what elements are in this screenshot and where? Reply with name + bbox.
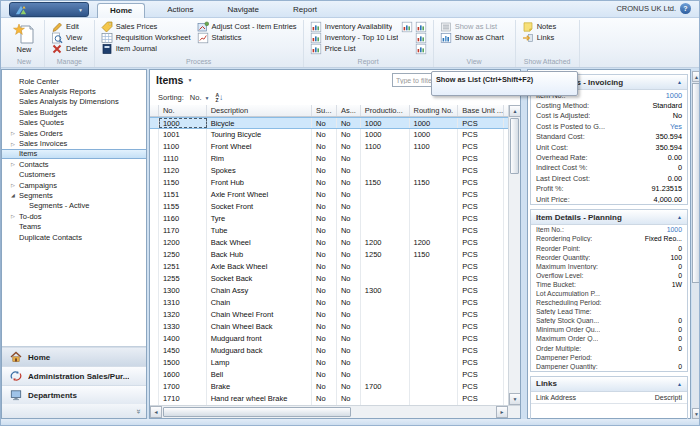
configure-buttons-chevron[interactable]: »	[2, 404, 146, 418]
scroll-up-button[interactable]: ▲	[509, 105, 520, 117]
adjust-cost-button[interactable]: Adjust Cost - Item Entries	[194, 21, 300, 32]
table-row[interactable]: 1151 Axle Front Wheel No No PCS	[150, 189, 508, 201]
nav-button-departments[interactable]: Departments	[2, 385, 146, 404]
table-row[interactable]: 1500 Lamp No No PCS	[150, 357, 508, 369]
view-button[interactable]: View	[48, 32, 91, 43]
column-header-no[interactable]: No.	[159, 105, 207, 116]
show-as-chart-button[interactable]: Show as Chart	[437, 32, 507, 43]
edit-button[interactable]: Edit	[48, 21, 91, 32]
table-row[interactable]: 1330 Chain Wheel Back No No PCS	[150, 321, 508, 333]
inventory-top10-button[interactable]: Inventory - Top 10 List	[307, 32, 430, 43]
scroll-up-button[interactable]: ▲	[692, 71, 700, 82]
tree-arrow-icon[interactable]: ▷	[8, 161, 18, 167]
table-row[interactable]: 1200 Back Wheel No No 1200 1200 PCS	[150, 237, 508, 249]
tree-arrow-icon[interactable]: ▷	[8, 141, 18, 147]
table-row[interactable]: 1310 Chain No No PCS	[150, 297, 508, 309]
nav-button-home[interactable]: Home	[2, 347, 146, 366]
sidebar-item[interactable]: ▷Campaigns	[2, 180, 146, 190]
column-header-base-unit[interactable]: Base Unit ...	[458, 105, 504, 116]
scroll-down-button[interactable]: ▼	[509, 393, 520, 405]
column-header-production[interactable]: Productio...	[361, 105, 410, 116]
table-row[interactable]: 1400 Mudguard front No No PCS	[150, 333, 508, 345]
table-row[interactable]: 1710 Hand rear wheel Brake No No PCS	[150, 393, 508, 405]
table-row[interactable]: 1155 Socket Front No No PCS	[150, 201, 508, 213]
inventory-availability-button[interactable]: Inventory Availability	[307, 21, 430, 32]
sidebar-item[interactable]: Items	[2, 149, 146, 159]
table-row[interactable]: 1700 Brake No No 1700 PCS	[150, 381, 508, 393]
scroll-thumb[interactable]	[692, 83, 700, 283]
sidebar-item[interactable]: Sales Analysis Reports	[2, 86, 146, 96]
collapse-chevron-icon[interactable]: ▲	[677, 381, 682, 387]
help-icon[interactable]: ?	[680, 3, 691, 14]
table-row[interactable]: 1300 Chain Assy No No 1300 PCS	[150, 285, 508, 297]
report-extra-button[interactable]	[415, 43, 427, 55]
sidebar-item[interactable]: Teams	[2, 221, 146, 231]
table-row[interactable]: 1600 Bell No No PCS	[150, 369, 508, 381]
table-row[interactable]: 1100 Front Wheel No No 1100 1100 PCS	[150, 141, 508, 153]
application-menu-button[interactable]: ▼	[9, 2, 89, 17]
scroll-down-button[interactable]: ▼	[692, 408, 700, 419]
tab-report[interactable]: Report	[281, 3, 329, 18]
collapse-chevron-icon[interactable]: ▲	[677, 79, 682, 85]
table-row[interactable]: 1120 Spokes No No PCS	[150, 165, 508, 177]
links-column-description[interactable]: Descripti	[655, 394, 682, 401]
links-button[interactable]: Links	[519, 32, 560, 43]
table-row[interactable]: 1000 Bicycle No No 1000 1000 PCS	[150, 117, 508, 129]
list-title-dropdown-icon[interactable]: ▼	[187, 77, 192, 83]
sort-direction-button[interactable]: AZ ↓	[215, 93, 223, 103]
nav-button-administration[interactable]: Administration Sales/Pur...	[2, 366, 146, 385]
table-row[interactable]: 1251 Axle Back Wheel No No PCS	[150, 261, 508, 273]
sidebar-item[interactable]: ▷Contacts	[2, 159, 146, 169]
tree-arrow-icon[interactable]: ▷	[8, 182, 18, 188]
report-extra-button[interactable]	[401, 21, 413, 33]
notes-button[interactable]: Notes	[519, 21, 560, 32]
column-header-su[interactable]: Su...	[312, 105, 337, 116]
tree-arrow-icon[interactable]: ▷	[8, 213, 18, 219]
links-column-address[interactable]: Link Address	[536, 394, 576, 401]
sales-prices-button[interactable]: Sales Prices	[98, 21, 194, 32]
sidebar-item[interactable]: Sales Analysis by Dimensions	[2, 97, 146, 107]
sidebar-item[interactable]: Sales Budgets	[2, 107, 146, 117]
tree-arrow-icon[interactable]: ◢	[8, 192, 18, 198]
scroll-thumb[interactable]	[510, 118, 519, 174]
sidebar-item[interactable]: Segments - Active	[2, 201, 146, 211]
sidebar-item[interactable]: ◢Segments	[2, 190, 146, 200]
table-row[interactable]: 1110 Rim No No PCS	[150, 153, 508, 165]
sidebar-item[interactable]: ▷Sales Orders	[2, 128, 146, 138]
statistics-button[interactable]: Statistics	[194, 32, 300, 43]
new-button[interactable]: New	[7, 21, 41, 57]
table-row[interactable]: 1320 Chain Wheel Front No No PCS	[150, 309, 508, 321]
scroll-left-button[interactable]: ◄	[150, 406, 162, 418]
tab-navigate[interactable]: Navigate	[215, 3, 271, 18]
delete-button[interactable]: Delete	[48, 43, 91, 54]
table-row[interactable]: 1170 Tube No No PCS	[150, 225, 508, 237]
collapse-chevron-icon[interactable]: ▲	[677, 214, 682, 220]
tree-arrow-icon[interactable]: ▷	[8, 130, 18, 136]
table-row[interactable]: 1150 Front Hub No No 1150 1150 PCS	[150, 177, 508, 189]
tab-home[interactable]: Home	[97, 3, 145, 18]
sidebar-item[interactable]: Sales Quotes	[2, 118, 146, 128]
requisition-worksheet-button[interactable]: Requisition Worksheet	[98, 32, 194, 43]
factbox-planning-header[interactable]: Item Details - Planning ▲	[531, 210, 687, 225]
sidebar-item[interactable]: ▷To-dos	[2, 211, 146, 221]
column-header-as[interactable]: As...	[337, 105, 361, 116]
sidebar-item[interactable]: Role Center	[2, 76, 146, 86]
item-journal-button[interactable]: Item Journal	[98, 43, 194, 54]
factbox-links-header[interactable]: Links ▲	[531, 377, 687, 392]
scroll-thumb[interactable]	[163, 407, 351, 417]
price-list-button[interactable]: Price List	[307, 43, 430, 54]
column-header-description[interactable]: Description	[207, 105, 312, 116]
table-row[interactable]: 1160 Tyre No No PCS	[150, 213, 508, 225]
table-row[interactable]: 1255 Socket Back No No PCS	[150, 273, 508, 285]
tab-actions[interactable]: Actions	[155, 3, 205, 18]
table-row[interactable]: 1001 Touring Bicycle No No 1000 1000 PCS	[150, 129, 508, 141]
table-row[interactable]: 1250 Back Hub No No 1250 1150 PCS	[150, 249, 508, 261]
scroll-right-button[interactable]: ►	[496, 406, 508, 418]
sort-field-dropdown[interactable]: No.▼	[190, 93, 210, 102]
sidebar-item[interactable]: Customers	[2, 170, 146, 180]
table-row[interactable]: 1450 Mudguard back No No PCS	[150, 345, 508, 357]
sidebar-item[interactable]: Duplicate Contacts	[2, 232, 146, 242]
show-as-list-button[interactable]: Show as List	[437, 21, 507, 32]
column-header-routing[interactable]: Routing No.	[410, 105, 459, 116]
sidebar-item[interactable]: ▷Sales Invoices	[2, 138, 146, 148]
